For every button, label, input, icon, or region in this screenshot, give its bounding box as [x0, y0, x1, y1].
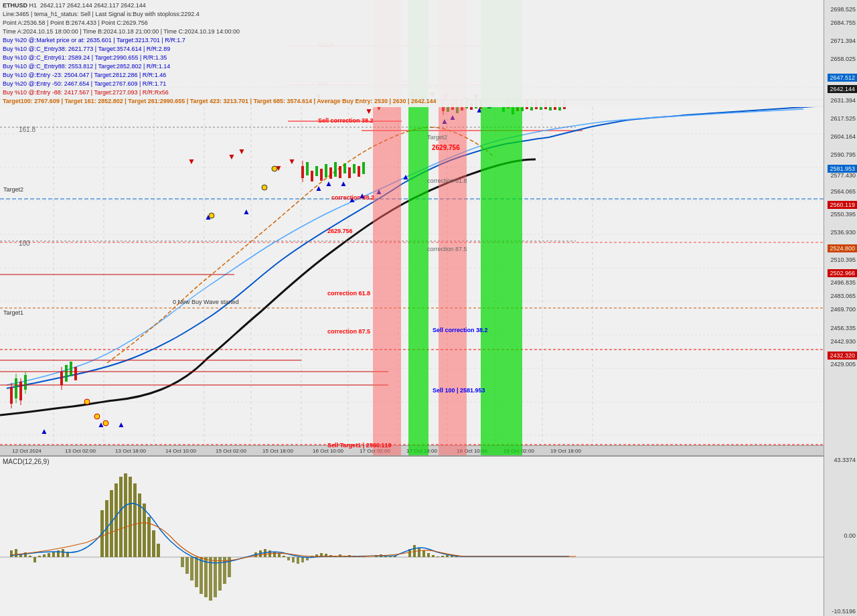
svg-rect-155 — [138, 493, 141, 557]
price-2456: 2456.335 — [830, 325, 856, 331]
svg-point-69 — [84, 399, 90, 404]
target-line: Target100: 2767.609 | Target 161: 2852.8… — [3, 97, 821, 106]
sell-161-label: correction 61.8 — [327, 290, 370, 297]
time-label-0: 12 Oct 2024 — [12, 448, 42, 454]
time-line: Time A:2024.10.15 18:00:00 | Time B:2024… — [3, 27, 821, 36]
svg-text:▼: ▼ — [238, 147, 246, 156]
svg-rect-154 — [133, 483, 137, 557]
macd-top-value: 43.3374 — [834, 457, 856, 463]
macd-bottom-value: -10.5196 — [832, 608, 856, 615]
svg-rect-202 — [418, 548, 420, 557]
buy-line-3: Buy %10 @:C_Entry61: 2589.24 | Target:29… — [3, 54, 821, 62]
svg-point-70 — [94, 414, 100, 419]
time-label-1: 13 Oct 02:00 — [65, 448, 96, 454]
svg-rect-152 — [124, 473, 127, 557]
svg-rect-206 — [437, 556, 439, 557]
corr-87-label: correction 87.5 — [427, 246, 467, 252]
svg-rect-97 — [339, 166, 341, 178]
target1-label: Target1 — [3, 309, 23, 316]
signal-line: Line:3465 | tema_h1_status: Sell | Last … — [3, 10, 821, 19]
svg-rect-181 — [301, 557, 304, 562]
buy-entry-23-label: Sell correction 38.2 — [433, 327, 488, 333]
svg-rect-87 — [74, 367, 77, 380]
time-label-5: 15 Oct 18:00 — [262, 448, 293, 454]
macd-price-axis: 43.3374 0.00 -10.5196 — [824, 455, 857, 616]
title-line: ETHUSD H1 2642.117 2642.144 2642.117 264… — [3, 1, 821, 10]
svg-rect-98 — [343, 163, 346, 173]
price-2647-label: 2647.512 — [828, 74, 857, 82]
svg-text:▼: ▼ — [365, 106, 373, 116]
svg-text:▼: ▼ — [187, 157, 196, 166]
price-2581-highlight: 2581.953 — [828, 164, 857, 172]
svg-text:▲: ▲ — [339, 179, 347, 188]
sell-corr-38-label: Sell correction 38.2 — [318, 117, 374, 124]
price-2432-highlight: 2432.320 — [828, 351, 857, 359]
svg-rect-90 — [306, 162, 309, 175]
time-label-11: 19 Oct 18:00 — [550, 448, 581, 454]
info-bar: ETHUSD H1 2642.117 2642.144 2642.117 264… — [0, 0, 824, 107]
svg-rect-153 — [129, 477, 132, 557]
price-2483: 2483.065 — [830, 293, 856, 299]
price-2647-highlight: 2647.512 — [828, 73, 857, 81]
price-2524-highlight: 2524.800 — [828, 244, 857, 252]
svg-text:▼: ▼ — [288, 157, 296, 166]
svg-rect-160 — [181, 557, 184, 567]
svg-rect-165 — [204, 557, 208, 597]
macd-svg — [0, 457, 824, 616]
svg-rect-96 — [334, 162, 337, 177]
svg-point-73 — [262, 185, 267, 190]
time-label-4: 15 Oct 02:00 — [216, 448, 246, 454]
svg-rect-138 — [29, 556, 31, 557]
svg-rect-168 — [218, 557, 222, 591]
buy-line-6: Buy %20 @:Entry -50: 2467.654 | Target:2… — [3, 80, 821, 88]
price-2590: 2590.795 — [830, 151, 856, 158]
sell-261-label: Sell Target1 | 2560.119 — [327, 442, 391, 449]
svg-rect-102 — [362, 162, 365, 174]
svg-rect-95 — [329, 167, 332, 179]
chart-container: ▼ ▼ ▼ ▼ ▼ ▼ ▼ ▼ ▼ ▼ ▼ ▼ ▼ ▼ ▼ ▼ ▼ ▼ ▲ ▲ … — [0, 0, 857, 616]
main-chart: ▼ ▼ ▼ ▼ ▼ ▼ ▼ ▼ ▼ ▼ ▼ ▼ ▼ ▼ ▼ ▼ ▼ ▼ ▲ ▲ … — [0, 0, 824, 455]
target2-label: Target2 — [3, 186, 23, 193]
price-2469: 2469.700 — [830, 306, 856, 313]
buy-line-5: Buy %10 @:Entry -23: 2504.047 | Target:2… — [3, 71, 821, 80]
svg-rect-198 — [389, 556, 392, 557]
symbol-label: ETHUSD — [3, 2, 27, 9]
price-2617: 2617.525 — [830, 115, 856, 122]
buy-line-4: Buy %10 @:C_Entry88: 2553.812 | Target:2… — [3, 62, 821, 71]
svg-rect-142 — [48, 553, 50, 557]
price-2560-highlight: 2560.119 — [828, 200, 857, 208]
svg-rect-180 — [297, 557, 299, 564]
svg-text:▲: ▲ — [325, 179, 333, 188]
svg-rect-164 — [200, 557, 203, 594]
svg-text:▲: ▲ — [242, 207, 250, 216]
price-2496: 2496.835 — [830, 279, 856, 286]
buy-line-7: Buy %10 @:Entry -88: 2417.567 | Target:2… — [3, 88, 821, 97]
fib-label-161: 161.8 — [19, 126, 35, 133]
svg-rect-207 — [441, 556, 444, 557]
svg-text:▼: ▼ — [228, 152, 236, 161]
svg-rect-86 — [70, 362, 72, 376]
svg-rect-139 — [33, 557, 36, 562]
price-2698: 2698.525 — [830, 6, 856, 13]
svg-point-74 — [272, 166, 277, 171]
price-2684: 2684.755 — [830, 19, 856, 26]
price-2502-label: 2502.966 — [828, 269, 857, 277]
svg-rect-100 — [353, 164, 356, 173]
svg-rect-101 — [358, 166, 360, 177]
price-display: 2642.117 2642.144 2642.117 2642.144 — [40, 2, 146, 9]
svg-rect-140 — [38, 556, 41, 557]
svg-rect-179 — [292, 557, 295, 562]
svg-rect-145 — [62, 549, 64, 557]
svg-rect-161 — [185, 557, 189, 574]
price-2658: 2658.025 — [830, 56, 856, 62]
price-2550: 2550.395 — [830, 211, 856, 218]
svg-rect-150 — [114, 483, 118, 557]
time-label-3: 14 Oct 10:00 — [165, 448, 196, 454]
svg-rect-91 — [311, 171, 313, 181]
price-2564: 2564.065 — [830, 188, 856, 195]
sell-100-label: correction 38.2 — [331, 194, 374, 201]
price-2671: 2671.394 — [830, 37, 856, 44]
svg-text:▲: ▲ — [315, 183, 323, 193]
svg-rect-85 — [65, 365, 68, 382]
price-2629-label: 2629.756 — [432, 144, 460, 151]
